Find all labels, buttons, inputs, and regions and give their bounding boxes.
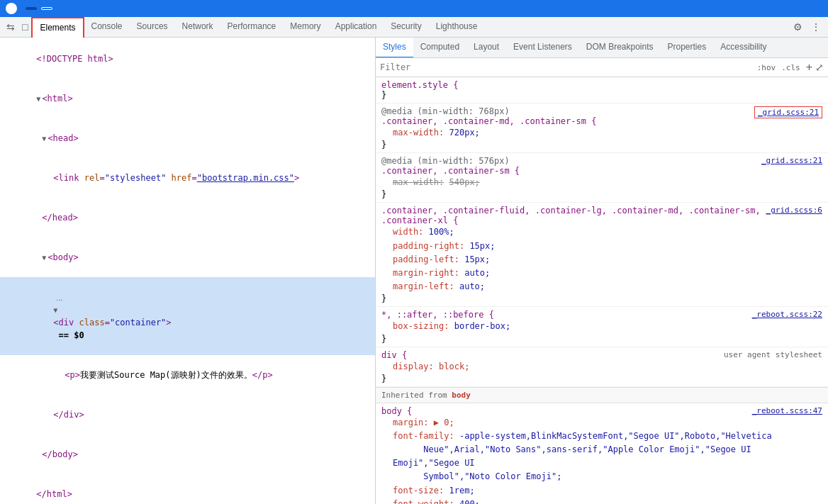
close-brace: } <box>381 140 822 150</box>
expand-dots-button[interactable]: ... <box>53 293 65 302</box>
close-brace-4: } <box>381 334 822 344</box>
tab-layout[interactable]: Layout <box>466 38 506 58</box>
switch-devtools-button[interactable] <box>41 7 52 10</box>
tab-security[interactable]: Security <box>384 17 428 38</box>
triangle-icon[interactable]: ▼ <box>42 254 46 262</box>
universal-selector-block: *, ::after, ::before { _reboot.scss:22 b… <box>376 307 828 347</box>
tab-computed[interactable]: Computed <box>413 38 466 58</box>
inherited-source: body <box>452 391 471 400</box>
div-selector-line: div { user agent stylesheet <box>381 350 822 360</box>
styles-content: element.style { } @media (min-width: 768… <box>376 77 828 504</box>
tab-elements[interactable]: Elements <box>31 17 84 38</box>
close-brace: } <box>381 90 386 100</box>
main-panel: <!DOCTYPE html> ▼<html> ▼<head> <link re… <box>0 38 828 504</box>
reboot-scss-47-link[interactable]: _reboot.scss:47 <box>752 406 822 415</box>
grid-scss-6-link[interactable]: _grid.scss:6 <box>766 206 822 215</box>
notification-bar <box>0 0 828 17</box>
close-brace-2: } <box>381 189 822 199</box>
html-open-line: ▼<html> <box>0 79 375 118</box>
tab-sources[interactable]: Sources <box>130 17 175 38</box>
html-close-line: </html> <box>0 474 375 504</box>
head-close-line: </head> <box>0 198 375 237</box>
expand-style-button[interactable]: ⤢ <box>815 62 824 73</box>
device-toggle-button[interactable]: □ <box>18 17 31 38</box>
tab-application[interactable]: Application <box>328 17 384 38</box>
max-width-prop-1: max-width: 720px; <box>381 126 822 140</box>
right-panel: Styles Computed Layout Event Listeners D… <box>376 38 828 504</box>
cls-button[interactable]: .cls <box>778 62 803 74</box>
p-line: <p>我要测试Source Map(源映射)文件的效果。</p> <box>0 355 375 395</box>
div-close-line: </div> <box>0 395 375 435</box>
box-sizing-prop: box-sizing: border-box; <box>381 320 822 333</box>
body-open-line: ▼<body> <box>0 237 375 277</box>
grid-scss-21-link-2[interactable]: _grid.scss:21 <box>761 156 822 165</box>
triangle-icon[interactable]: ▼ <box>53 306 57 314</box>
user-agent-label: user agent stylesheet <box>724 350 822 359</box>
more-options-button[interactable]: ⋮ <box>807 17 825 38</box>
link-line: <link rel="stylesheet" href="bootstrap.m… <box>0 158 375 198</box>
margin-prop: margin: ▶ 0; <box>381 416 822 430</box>
triangle-icon[interactable]: ▼ <box>42 135 46 142</box>
font-weight-prop: font-weight: 400; <box>381 498 822 504</box>
tab-console[interactable]: Console <box>84 17 130 38</box>
settings-button[interactable]: ⚙ <box>789 17 807 38</box>
element-style-block: element.style { } <box>376 77 828 103</box>
media-query-line: @media (min-width: 768px) _grid.scss:21 <box>381 106 822 116</box>
max-width-prop-2: max-width: 540px; <box>381 176 822 189</box>
body-selector-line: body { _reboot.scss:47 <box>381 406 822 416</box>
selector-line-2: .container, .container-sm { <box>381 166 822 176</box>
div-selected-line[interactable]: ... ▼ <div class="container"> == $0 <box>0 277 375 355</box>
media-768-block: @media (min-width: 768px) _grid.scss:21 … <box>376 103 828 153</box>
close-brace-5: } <box>381 374 822 383</box>
match-language-button[interactable] <box>26 7 37 10</box>
filter-bar: :hov .cls + ⤢ <box>376 58 828 77</box>
info-icon <box>6 3 17 14</box>
element-selector: element.style { <box>381 80 458 90</box>
elements-panel: <!DOCTYPE html> ▼<html> ▼<head> <link re… <box>0 38 376 504</box>
container-fluid-block: .container, .container-fluid, .container… <box>376 203 828 307</box>
selector-container-xl: .container-xl { <box>381 215 822 225</box>
media-576-block: @media (min-width: 576px) _grid.scss:21 … <box>376 153 828 203</box>
div-agent-block: div { user agent stylesheet display: blo… <box>376 347 828 387</box>
font-family-prop: font-family: -apple-system,BlinkMacSyste… <box>381 430 822 484</box>
body-close-line: </body> <box>0 435 375 474</box>
inspect-element-button[interactable]: ⇆ <box>3 17 18 38</box>
add-style-button[interactable]: + <box>806 61 812 74</box>
margin-left-prop: margin-left: auto; <box>381 280 822 293</box>
filter-input[interactable] <box>380 62 754 72</box>
width-prop: width: 100%; <box>381 225 822 239</box>
display-prop: display: block; <box>381 360 822 374</box>
right-tabs-bar: Styles Computed Layout Event Listeners D… <box>376 38 828 58</box>
close-brace-3: } <box>381 293 822 303</box>
tab-accessibility[interactable]: Accessibility <box>713 38 773 58</box>
margin-right-prop: margin-right: auto; <box>381 267 822 280</box>
tab-performance[interactable]: Performance <box>220 17 284 38</box>
body-block: body { _reboot.scss:47 margin: ▶ 0; font… <box>376 403 828 504</box>
grid-scss-21-link-1[interactable]: _grid.scss:21 <box>754 106 822 118</box>
devtools-tabs-bar: ⇆ □ Elements Console Sources Network Per… <box>0 17 828 38</box>
tab-dom-breakpoints[interactable]: DOM Breakpoints <box>579 38 661 58</box>
padding-left-prop: padding-left: 15px; <box>381 253 822 267</box>
doctype-line: <!DOCTYPE html> <box>0 39 375 79</box>
media-query-line-2: @media (min-width: 576px) _grid.scss:21 <box>381 156 822 166</box>
triangle-icon[interactable]: ▼ <box>36 95 40 103</box>
reboot-scss-22-link[interactable]: _reboot.scss:22 <box>752 310 822 319</box>
universal-selector-line: *, ::after, ::before { _reboot.scss:22 <box>381 310 822 320</box>
tab-lighthouse[interactable]: Lighthouse <box>429 17 485 38</box>
tab-event-listeners[interactable]: Event Listeners <box>506 38 579 58</box>
hov-button[interactable]: :hov <box>754 62 779 74</box>
padding-right-prop: padding-right: 15px; <box>381 240 822 253</box>
selector-container-fluid: .container, .container-fluid, .container… <box>381 206 822 215</box>
font-size-prop: font-size: 1rem; <box>381 484 822 498</box>
tab-network[interactable]: Network <box>175 17 220 38</box>
head-open-line: ▼<head> <box>0 118 375 158</box>
tab-styles[interactable]: Styles <box>376 38 413 58</box>
tab-memory[interactable]: Memory <box>283 17 328 38</box>
inherited-from-body: Inherited from body <box>376 387 828 403</box>
tab-properties[interactable]: Properties <box>661 38 714 58</box>
